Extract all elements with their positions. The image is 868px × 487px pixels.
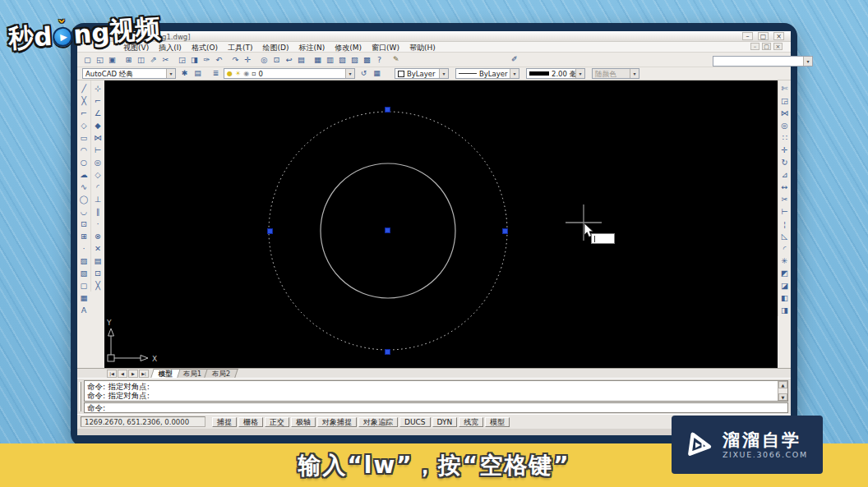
move-icon[interactable]: ✛ (778, 144, 791, 156)
status-toggle-button[interactable]: 极轴 (291, 417, 316, 427)
draworder-back-icon[interactable]: ◪ (778, 279, 791, 292)
scroll-up-icon[interactable]: ▲ (778, 381, 787, 388)
table-icon[interactable]: ▦ (78, 292, 90, 304)
zoom-window-icon[interactable]: ⊡ (271, 54, 282, 66)
designcenter-icon[interactable]: ▦ (312, 54, 323, 66)
erase-icon[interactable]: ✄ (778, 82, 791, 94)
snap-extension-icon[interactable]: ⊢ (92, 144, 104, 156)
make-block-icon[interactable]: ⊞ (78, 230, 90, 242)
draworder-below-icon[interactable]: ◨ (778, 304, 791, 316)
markup-icon[interactable]: ▨ (349, 54, 360, 66)
explode-icon[interactable]: ✳ (778, 255, 791, 267)
new-icon[interactable]: ▢ (82, 54, 93, 66)
zoom-previous-icon[interactable]: ↩ (284, 54, 294, 66)
rectangle-icon[interactable]: ▭ (78, 131, 90, 144)
status-toggle-button[interactable]: 模型 (485, 417, 510, 427)
chevron-down-icon[interactable]: ▾ (575, 69, 584, 78)
chevron-down-icon[interactable]: ▾ (345, 69, 354, 78)
gradient-icon[interactable]: ▧ (78, 267, 90, 279)
tab-model[interactable]: 模型 (150, 369, 181, 378)
snap-intersection-icon[interactable]: ⋈ (92, 131, 104, 144)
snap-quadrant-icon[interactable]: ◇ (92, 168, 104, 181)
menu-item[interactable]: 帮助(H) (404, 42, 441, 53)
snap-endpoint-icon[interactable]: ∠ (92, 107, 104, 119)
grip-north[interactable] (385, 107, 390, 113)
plot-icon[interactable]: ⊞ (123, 54, 134, 66)
spline-icon[interactable]: ∿ (78, 181, 90, 193)
menu-item[interactable]: 格式(O) (187, 42, 223, 53)
polygon-icon[interactable]: ◇ (78, 119, 90, 131)
snap-nearest-icon[interactable]: ⊗ (92, 230, 104, 242)
tab-nav-button[interactable]: |◀ (107, 370, 117, 378)
ellipse-arc-icon[interactable]: ◡ (78, 205, 90, 218)
stretch-icon[interactable]: ↔ (778, 181, 791, 193)
pan-icon[interactable]: ✛ (242, 54, 253, 66)
menu-item[interactable]: 绘图(D) (258, 42, 294, 53)
properties-icon[interactable]: ▤ (296, 54, 307, 66)
workspace-settings-icon[interactable]: ✱ (179, 68, 190, 79)
region-icon[interactable]: ▢ (78, 279, 90, 292)
open-icon[interactable]: ◱ (95, 54, 105, 66)
line-icon[interactable]: ╱ (78, 82, 90, 94)
draworder-front-icon[interactable]: ◩ (778, 267, 791, 279)
command-window-grip[interactable] (79, 382, 81, 411)
layer-on-icon[interactable]: ● (227, 69, 233, 79)
break-icon[interactable]: ¦ (778, 218, 791, 230)
scroll-down-icon[interactable]: ▼ (778, 393, 787, 401)
chevron-down-icon[interactable]: ▾ (439, 69, 448, 78)
lineweight-combo[interactable]: 2.00 毫米 ▾ (526, 68, 585, 79)
redo-icon[interactable]: ↷ (230, 54, 241, 66)
snap-insert-icon[interactable]: ⊡ (92, 267, 104, 279)
tab-nav-button[interactable]: ◀ (118, 370, 127, 378)
rotate-icon[interactable]: ↻ (778, 156, 791, 168)
copy-icon[interactable]: ◲ (177, 54, 187, 66)
chamfer-icon[interactable]: ◺ (778, 230, 791, 242)
status-toggle-button[interactable]: 捕捉 (212, 417, 237, 427)
snap-none-icon[interactable]: ✕ (92, 242, 104, 255)
snap-parallel-icon[interactable]: ∥ (92, 205, 104, 218)
toolbar-combo-1[interactable]: ▾ (713, 56, 813, 67)
extend-icon[interactable]: ⊢ (778, 205, 791, 218)
layer-states-icon[interactable]: ▦ (372, 68, 382, 79)
menu-item[interactable]: 窗口(W) (367, 42, 404, 53)
circle-icon[interactable]: ○ (78, 156, 90, 168)
mdi-restore-button[interactable]: ▢ (762, 43, 771, 50)
insert-block-icon[interactable]: ⊡ (78, 218, 90, 230)
plot-preview-icon[interactable]: ◫ (136, 54, 146, 66)
help-icon[interactable]: ? (374, 54, 385, 66)
status-toggle-button[interactable]: DUCS (399, 417, 431, 427)
mdi-close-button[interactable]: × (773, 43, 783, 50)
fillet-icon[interactable]: ◜ (778, 242, 791, 255)
status-toggle-button[interactable]: 栅格 (238, 417, 263, 427)
snap-node-icon[interactable]: · (92, 218, 104, 230)
array-icon[interactable]: ∷ (778, 131, 791, 144)
status-toggle-button[interactable]: 线宽 (459, 417, 483, 427)
command-scrollbar[interactable]: ▲ ▼ (778, 381, 787, 401)
linetype-combo[interactable]: ByLayer ▾ (455, 68, 519, 79)
command-input[interactable]: 命令: (84, 402, 788, 413)
minimize-button[interactable]: – (742, 32, 753, 40)
hatch-icon[interactable]: ▨ (78, 255, 90, 267)
sheet-set-manager-icon[interactable]: ▧ (337, 54, 348, 66)
ellipse-icon[interactable]: ◯ (78, 193, 90, 205)
polyline-icon[interactable]: ⌐ (78, 107, 90, 119)
status-toggle-button[interactable]: 正交 (265, 417, 289, 427)
construction-line-icon[interactable]: ╳ (78, 94, 90, 107)
status-toggle-button[interactable]: 对象追踪 (358, 417, 398, 427)
revcloud-icon[interactable]: ☁ (78, 168, 90, 181)
zoom-realtime-icon[interactable]: ◎ (259, 54, 270, 66)
temp-track-point-icon[interactable]: ⊹ (92, 82, 104, 94)
osnap-settings-icon[interactable]: ▤ (92, 255, 104, 267)
menu-item[interactable]: 标注(N) (293, 42, 330, 53)
workspace-combo[interactable]: AutoCAD 经典 ▾ (82, 68, 176, 79)
menu-item[interactable]: 工具(T) (223, 42, 258, 53)
layer-freeze-icon[interactable]: ☀ (235, 69, 241, 79)
scale-icon[interactable]: ⊿ (778, 168, 791, 181)
chevron-down-icon[interactable]: ▾ (510, 69, 519, 78)
grip-center[interactable] (385, 227, 390, 233)
layer-lock-icon[interactable]: ◉ (243, 69, 249, 79)
snap-perpendicular-icon[interactable]: ⊥ (92, 193, 104, 205)
status-toggle-button[interactable]: DYN (432, 417, 458, 427)
tab-nav-button[interactable]: ▶| (139, 370, 149, 378)
trim-icon[interactable]: ✂ (778, 193, 791, 205)
